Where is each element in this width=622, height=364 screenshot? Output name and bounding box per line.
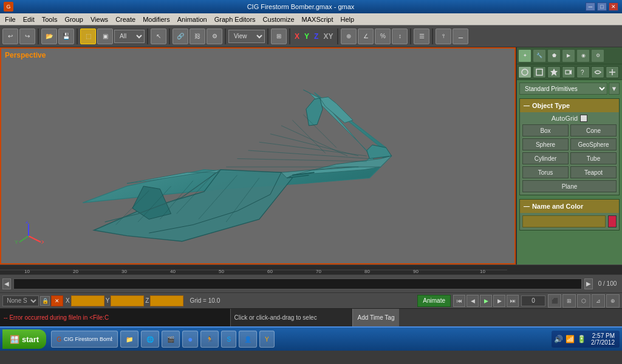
subtab-helpers[interactable]: ?: [576, 66, 590, 78]
color-swatch[interactable]: [608, 215, 617, 228]
gmax-taskbar-app[interactable]: G CIG Firestorm Bomber.gmax: [51, 331, 118, 348]
menu-customize[interactable]: Customize: [259, 15, 298, 24]
link-button[interactable]: 🔗: [173, 29, 188, 44]
view-select[interactable]: View: [228, 30, 265, 43]
menu-tools[interactable]: Tools: [38, 15, 61, 24]
plane-button[interactable]: Plane: [522, 180, 617, 192]
media-taskbar-app[interactable]: 🎬: [162, 331, 180, 348]
cube-icon[interactable]: ⬛: [548, 294, 561, 308]
start-button[interactable]: 🪟 start: [2, 329, 46, 349]
app7-taskbar[interactable]: 👤: [239, 331, 257, 348]
frame-number-input[interactable]: 0: [521, 295, 545, 306]
object-icon[interactable]: ⬡: [577, 294, 590, 308]
save-button[interactable]: 💾: [58, 29, 74, 44]
tray-icon-2[interactable]: 📶: [566, 335, 575, 343]
select-object-button[interactable]: ↖: [151, 29, 166, 44]
menu-help[interactable]: Help: [337, 15, 358, 24]
menu-group[interactable]: Group: [61, 15, 87, 24]
misc-icon[interactable]: ⊕: [606, 294, 620, 308]
box-button[interactable]: Box: [522, 124, 569, 136]
panel-tab-motion[interactable]: ▶: [562, 49, 575, 62]
prev-frame-button[interactable]: ⏮: [453, 295, 465, 307]
redo-button[interactable]: ↪: [19, 29, 35, 44]
subtab-lights[interactable]: [547, 66, 561, 78]
transform-type-in[interactable]: ⊞: [271, 29, 287, 44]
filter-icon[interactable]: ⊿: [592, 294, 605, 308]
menu-edit[interactable]: Edit: [19, 15, 38, 24]
animate-button[interactable]: Animate: [417, 295, 451, 307]
timeline-prev-button[interactable]: ◀: [2, 278, 11, 289]
object-type-header[interactable]: ─ Object Type: [520, 99, 619, 112]
named-selection[interactable]: ☰: [414, 29, 429, 44]
viewport[interactable]: Perspective: [0, 47, 516, 265]
timeline-next-button[interactable]: ▶: [584, 278, 593, 289]
y-coord-input[interactable]: [111, 295, 144, 306]
select-region-button[interactable]: ▣: [97, 29, 113, 44]
subtab-cameras[interactable]: [562, 66, 575, 78]
primitive-type-select[interactable]: Standard Primitives Extended Primitives …: [519, 83, 607, 95]
next-frame-button[interactable]: ⏭: [507, 295, 519, 307]
subtab-geometry[interactable]: [518, 66, 531, 78]
select-button[interactable]: ⬚: [80, 29, 96, 44]
panel-tab-display[interactable]: ◉: [576, 49, 590, 62]
bind-button[interactable]: ⚙: [207, 29, 222, 44]
minimize-button[interactable]: ─: [586, 2, 595, 11]
selection-filter[interactable]: All: [114, 30, 145, 43]
menu-create[interactable]: Create: [112, 15, 139, 24]
open-button[interactable]: 📂: [41, 29, 57, 44]
grid-icon[interactable]: ⊞: [562, 294, 576, 308]
timeline-track[interactable]: [13, 278, 582, 289]
cone-button[interactable]: Cone: [570, 124, 617, 136]
menu-graph-editors[interactable]: Graph Editors: [211, 15, 259, 24]
menu-file[interactable]: File: [1, 15, 19, 24]
unlink-button[interactable]: ⛓: [190, 29, 205, 44]
selection-status-select[interactable]: None S: [2, 295, 39, 306]
maximize-button[interactable]: □: [597, 2, 607, 11]
x-coord-input[interactable]: [71, 295, 104, 306]
autogrid-checkbox[interactable]: [580, 115, 587, 122]
snap-toggle[interactable]: ⊕: [341, 29, 357, 44]
subtab-shapes[interactable]: [533, 66, 546, 78]
panel-tab-utilities[interactable]: ⚙: [591, 49, 604, 62]
geosphere-button[interactable]: GeoSphere: [570, 138, 617, 150]
app8-taskbar[interactable]: Y: [259, 331, 275, 348]
panel-tab-create[interactable]: ✦: [518, 49, 531, 62]
app5-taskbar[interactable]: 🏃: [200, 331, 219, 348]
spinner-snap[interactable]: ↕: [392, 29, 408, 44]
subtab-systems[interactable]: [606, 66, 619, 78]
tube-button[interactable]: Tube: [570, 152, 617, 164]
undo-button[interactable]: ↩: [2, 29, 18, 44]
play-button[interactable]: ▶: [480, 295, 492, 307]
align-button[interactable]: ⚊: [453, 29, 468, 44]
sphere-button[interactable]: Sphere: [522, 138, 569, 150]
z-coord-input[interactable]: [150, 295, 183, 306]
lock-button[interactable]: 🔒: [40, 296, 50, 306]
menu-modifiers[interactable]: Modifiers: [139, 15, 174, 24]
add-time-tag-button[interactable]: Add Time Tag: [352, 309, 400, 326]
menu-views[interactable]: Views: [87, 15, 112, 24]
tray-icon-1[interactable]: 🔊: [554, 335, 563, 343]
object-name-input[interactable]: [522, 215, 606, 228]
next-key-button[interactable]: ▶: [493, 295, 505, 307]
menu-animation[interactable]: Animation: [174, 15, 211, 24]
tray-icon-3[interactable]: 🔋: [577, 335, 586, 343]
x-indicator[interactable]: ✕: [51, 295, 63, 306]
close-button[interactable]: ✕: [609, 2, 618, 11]
percent-snap[interactable]: %: [375, 29, 391, 44]
torus-button[interactable]: Torus: [522, 166, 569, 178]
prev-key-button[interactable]: ◀: [466, 295, 479, 307]
teapot-button[interactable]: Teapot: [570, 166, 617, 178]
name-and-color-header[interactable]: ─ Name and Color: [520, 200, 619, 213]
angle-snap[interactable]: ∠: [358, 29, 374, 44]
explorer-taskbar-app[interactable]: 📁: [120, 331, 138, 348]
panel-tab-modify[interactable]: 🔧: [533, 49, 546, 62]
subtab-spacewarps[interactable]: [591, 66, 604, 78]
browser-taskbar-app[interactable]: 🌐: [141, 331, 159, 348]
menu-maxscript[interactable]: MAXScript: [298, 15, 337, 24]
panel-tab-hierarchy[interactable]: ⬟: [547, 49, 561, 62]
system-clock[interactable]: 2:57 PM 2/7/2012: [589, 332, 617, 346]
app6-taskbar[interactable]: S: [221, 331, 236, 348]
mirror-button[interactable]: ⫯: [436, 29, 451, 44]
dropdown-arrow-icon[interactable]: ▼: [609, 83, 620, 95]
cylinder-button[interactable]: Cylinder: [522, 152, 569, 164]
